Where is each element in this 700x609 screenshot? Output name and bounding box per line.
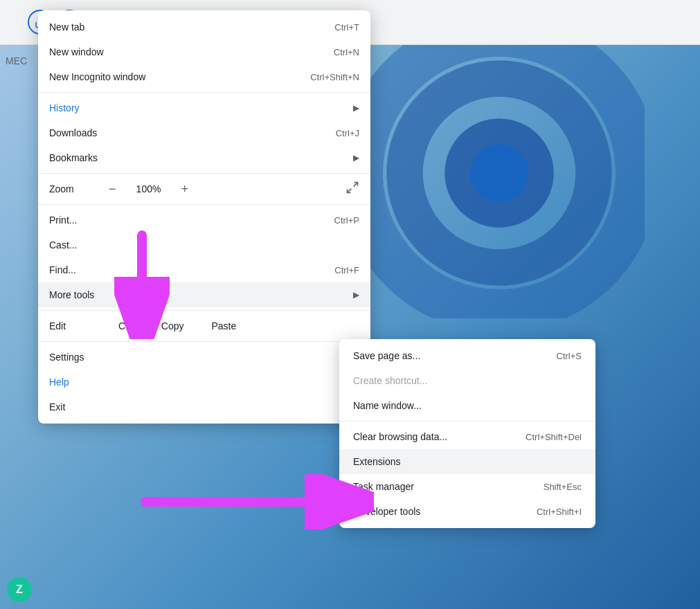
submenu-item-name-window[interactable]: Name window... xyxy=(339,393,595,418)
bg-decoration xyxy=(354,28,645,318)
menu-divider-3 xyxy=(38,204,370,205)
menu-item-find[interactable]: Find... Ctrl+F xyxy=(38,257,370,282)
menu-item-downloads[interactable]: Downloads Ctrl+J xyxy=(38,120,370,145)
fullscreen-button[interactable] xyxy=(345,181,359,197)
submenu-item-developer-tools[interactable]: Developer tools Ctrl+Shift+I xyxy=(339,499,595,524)
menu-item-new-tab[interactable]: New tab Ctrl+T xyxy=(38,15,370,39)
menu-divider-4 xyxy=(38,310,370,311)
menu-item-new-window[interactable]: New window Ctrl+N xyxy=(38,39,370,64)
annotation-arrow-right xyxy=(138,474,374,529)
menu-item-history[interactable]: History ▶ xyxy=(38,96,370,120)
submenu-item-create-shortcut[interactable]: Create shortcut... xyxy=(339,368,595,393)
svg-line-8 xyxy=(354,183,358,187)
chrome-menu: New tab Ctrl+T New window Ctrl+N New Inc… xyxy=(38,10,370,424)
menu-divider-2 xyxy=(38,173,370,174)
menu-divider-5 xyxy=(38,341,370,342)
menu-item-settings[interactable]: Settings xyxy=(38,345,370,370)
zoom-increase-button[interactable]: + xyxy=(177,182,193,197)
zoom-decrease-button[interactable]: − xyxy=(105,182,120,197)
menu-item-print[interactable]: Print... Ctrl+P xyxy=(38,208,370,233)
svg-point-3 xyxy=(470,144,528,202)
edit-row: Edit Cut Copy Paste xyxy=(38,313,370,338)
menu-item-bookmarks[interactable]: Bookmarks ▶ xyxy=(38,145,370,170)
menu-item-cast[interactable]: Cast... xyxy=(38,233,370,257)
zoom-row: Zoom − 100% + xyxy=(38,176,370,201)
zoom-value: 100% xyxy=(132,183,166,194)
submenu-item-extensions[interactable]: Extensions xyxy=(339,449,595,474)
annotation-arrow-down xyxy=(114,228,170,339)
mec-label: MEC xyxy=(6,55,27,66)
svg-line-9 xyxy=(348,189,352,193)
menu-divider-1 xyxy=(38,92,370,93)
menu-item-more-tools[interactable]: More tools ▶ xyxy=(38,282,370,307)
submenu-item-save-page[interactable]: Save page as... Ctrl+S xyxy=(339,343,595,368)
more-tools-submenu: Save page as... Ctrl+S Create shortcut..… xyxy=(339,339,595,528)
green-circle-indicator: Z xyxy=(7,577,32,602)
paste-button[interactable]: Paste xyxy=(197,318,250,334)
submenu-divider-1 xyxy=(339,421,595,421)
menu-item-new-incognito[interactable]: New Incognito window Ctrl+Shift+N xyxy=(38,64,370,89)
menu-item-help[interactable]: Help ▶ xyxy=(38,370,370,394)
submenu-item-clear-browsing[interactable]: Clear browsing data... Ctrl+Shift+Del xyxy=(339,424,595,449)
submenu-item-task-manager[interactable]: Task manager Shift+Esc xyxy=(339,474,595,499)
menu-item-exit[interactable]: Exit xyxy=(38,394,370,419)
